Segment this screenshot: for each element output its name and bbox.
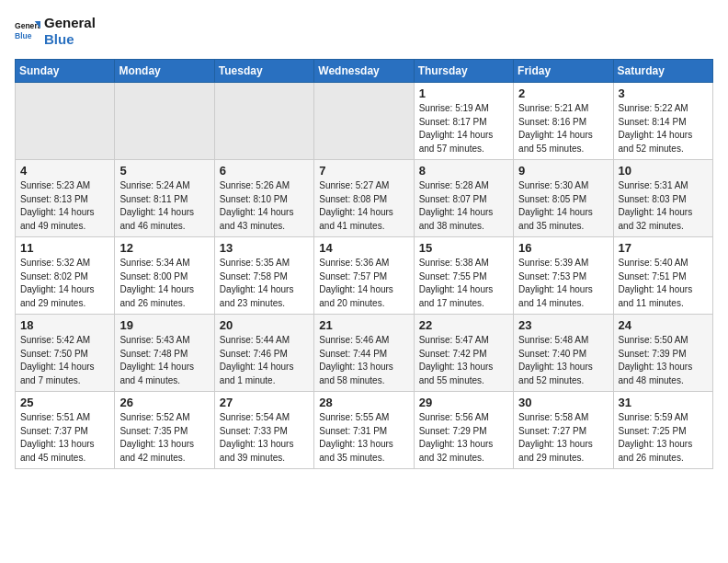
day-number: 23 [518,318,609,332]
calendar-cell: 7Sunrise: 5:27 AM Sunset: 8:08 PM Daylig… [314,160,414,237]
calendar-cell: 9Sunrise: 5:30 AM Sunset: 8:05 PM Daylig… [514,160,613,237]
day-info: Sunrise: 5:56 AM Sunset: 7:29 PM Dayligh… [419,411,509,465]
day-info: Sunrise: 5:32 AM Sunset: 8:02 PM Dayligh… [20,257,110,310]
calendar-cell: 29Sunrise: 5:56 AM Sunset: 7:29 PM Dayli… [414,392,513,469]
calendar-cell: 20Sunrise: 5:44 AM Sunset: 7:46 PM Dayli… [214,315,313,392]
day-info: Sunrise: 5:40 AM Sunset: 7:51 PM Dayligh… [619,257,709,310]
calendar-cell: 26Sunrise: 5:52 AM Sunset: 7:35 PM Dayli… [115,392,214,469]
day-info: Sunrise: 5:30 AM Sunset: 8:05 PM Dayligh… [518,179,609,233]
day-number: 4 [20,164,110,178]
calendar-cell [214,83,313,160]
day-info: Sunrise: 5:21 AM Sunset: 8:16 PM Dayligh… [518,102,609,155]
calendar-week-row: 11Sunrise: 5:32 AM Sunset: 8:02 PM Dayli… [16,237,713,315]
calendar-cell: 5Sunrise: 5:24 AM Sunset: 8:11 PM Daylig… [115,160,214,237]
day-info: Sunrise: 5:36 AM Sunset: 7:57 PM Dayligh… [319,257,409,310]
day-number: 10 [619,164,709,178]
day-number: 3 [619,86,709,100]
day-info: Sunrise: 5:22 AM Sunset: 8:14 PM Dayligh… [619,102,709,155]
day-number: 12 [119,241,210,255]
calendar-cell: 14Sunrise: 5:36 AM Sunset: 7:57 PM Dayli… [314,237,414,315]
calendar-cell: 10Sunrise: 5:31 AM Sunset: 8:03 PM Dayli… [613,160,712,237]
day-number: 9 [518,164,609,178]
day-info: Sunrise: 5:51 AM Sunset: 7:37 PM Dayligh… [20,411,110,465]
calendar-table: SundayMondayTuesdayWednesdayThursdayFrid… [15,59,713,469]
calendar-cell: 12Sunrise: 5:34 AM Sunset: 8:00 PM Dayli… [115,237,214,315]
day-info: Sunrise: 5:54 AM Sunset: 7:33 PM Dayligh… [220,411,310,465]
day-info: Sunrise: 5:26 AM Sunset: 8:10 PM Dayligh… [220,179,310,233]
day-number: 16 [518,241,609,255]
day-number: 7 [319,164,409,178]
day-number: 25 [20,396,110,409]
day-info: Sunrise: 5:19 AM Sunset: 8:17 PM Dayligh… [419,102,509,155]
calendar-cell: 3Sunrise: 5:22 AM Sunset: 8:14 PM Daylig… [613,83,712,160]
day-info: Sunrise: 5:34 AM Sunset: 8:00 PM Dayligh… [119,257,210,310]
day-info: Sunrise: 5:52 AM Sunset: 7:35 PM Dayligh… [119,411,210,465]
calendar-cell: 13Sunrise: 5:35 AM Sunset: 7:58 PM Dayli… [214,237,313,315]
calendar-cell: 15Sunrise: 5:38 AM Sunset: 7:55 PM Dayli… [414,237,513,315]
day-info: Sunrise: 5:59 AM Sunset: 7:25 PM Dayligh… [619,411,709,465]
calendar-cell: 6Sunrise: 5:26 AM Sunset: 8:10 PM Daylig… [214,160,313,237]
calendar-cell: 22Sunrise: 5:47 AM Sunset: 7:42 PM Dayli… [414,315,513,392]
calendar-week-row: 4Sunrise: 5:23 AM Sunset: 8:13 PM Daylig… [16,160,713,237]
day-number: 19 [119,318,210,332]
day-info: Sunrise: 5:35 AM Sunset: 7:58 PM Dayligh… [220,257,310,310]
day-number: 6 [220,164,310,178]
day-number: 27 [220,396,310,409]
calendar-cell: 27Sunrise: 5:54 AM Sunset: 7:33 PM Dayli… [214,392,313,469]
day-number: 20 [220,318,310,332]
calendar-week-row: 25Sunrise: 5:51 AM Sunset: 7:37 PM Dayli… [16,392,713,469]
weekday-header-friday: Friday [514,60,613,83]
day-number: 24 [619,318,709,332]
day-info: Sunrise: 5:43 AM Sunset: 7:48 PM Dayligh… [119,334,210,387]
weekday-header-wednesday: Wednesday [314,60,414,83]
day-info: Sunrise: 5:23 AM Sunset: 8:13 PM Dayligh… [20,179,110,233]
day-number: 14 [319,241,409,255]
day-number: 1 [419,86,509,100]
calendar-cell: 23Sunrise: 5:48 AM Sunset: 7:40 PM Dayli… [514,315,613,392]
weekday-header-row: SundayMondayTuesdayWednesdayThursdayFrid… [16,60,713,83]
day-info: Sunrise: 5:39 AM Sunset: 7:53 PM Dayligh… [518,257,609,310]
day-number: 26 [119,396,210,409]
day-info: Sunrise: 5:27 AM Sunset: 8:08 PM Dayligh… [319,179,409,233]
calendar-cell: 17Sunrise: 5:40 AM Sunset: 7:51 PM Dayli… [613,237,712,315]
page-header: General Blue GeneralBlue [15,15,713,48]
day-number: 2 [518,86,609,100]
logo-icon: General Blue [15,18,40,44]
day-number: 15 [419,241,509,255]
day-number: 28 [319,396,409,409]
calendar-cell: 25Sunrise: 5:51 AM Sunset: 7:37 PM Dayli… [16,392,115,469]
weekday-header-tuesday: Tuesday [214,60,313,83]
day-info: Sunrise: 5:48 AM Sunset: 7:40 PM Dayligh… [518,334,609,387]
calendar-cell: 30Sunrise: 5:58 AM Sunset: 7:27 PM Dayli… [514,392,613,469]
calendar-cell [16,83,115,160]
day-number: 11 [20,241,110,255]
day-info: Sunrise: 5:50 AM Sunset: 7:39 PM Dayligh… [619,334,709,387]
day-info: Sunrise: 5:46 AM Sunset: 7:44 PM Dayligh… [319,334,409,387]
day-number: 13 [220,241,310,255]
calendar-cell: 31Sunrise: 5:59 AM Sunset: 7:25 PM Dayli… [613,392,712,469]
day-number: 22 [419,318,509,332]
day-number: 8 [419,164,509,178]
weekday-header-sunday: Sunday [16,60,115,83]
calendar-week-row: 18Sunrise: 5:42 AM Sunset: 7:50 PM Dayli… [16,315,713,392]
day-info: Sunrise: 5:47 AM Sunset: 7:42 PM Dayligh… [419,334,509,387]
calendar-cell: 18Sunrise: 5:42 AM Sunset: 7:50 PM Dayli… [16,315,115,392]
day-info: Sunrise: 5:58 AM Sunset: 7:27 PM Dayligh… [518,411,609,465]
svg-text:Blue: Blue [15,31,32,40]
calendar-week-row: 1Sunrise: 5:19 AM Sunset: 8:17 PM Daylig… [16,83,713,160]
day-number: 5 [119,164,210,178]
day-info: Sunrise: 5:38 AM Sunset: 7:55 PM Dayligh… [419,257,509,310]
calendar-cell: 8Sunrise: 5:28 AM Sunset: 8:07 PM Daylig… [414,160,513,237]
day-info: Sunrise: 5:55 AM Sunset: 7:31 PM Dayligh… [319,411,409,465]
calendar-cell: 1Sunrise: 5:19 AM Sunset: 8:17 PM Daylig… [414,83,513,160]
calendar-cell: 11Sunrise: 5:32 AM Sunset: 8:02 PM Dayli… [16,237,115,315]
calendar-cell: 24Sunrise: 5:50 AM Sunset: 7:39 PM Dayli… [613,315,712,392]
weekday-header-thursday: Thursday [414,60,513,83]
weekday-header-monday: Monday [115,60,214,83]
calendar-cell: 28Sunrise: 5:55 AM Sunset: 7:31 PM Dayli… [314,392,414,469]
day-info: Sunrise: 5:31 AM Sunset: 8:03 PM Dayligh… [619,179,709,233]
day-number: 18 [20,318,110,332]
calendar-cell: 19Sunrise: 5:43 AM Sunset: 7:48 PM Dayli… [115,315,214,392]
day-number: 29 [419,396,509,409]
calendar-cell: 16Sunrise: 5:39 AM Sunset: 7:53 PM Dayli… [514,237,613,315]
